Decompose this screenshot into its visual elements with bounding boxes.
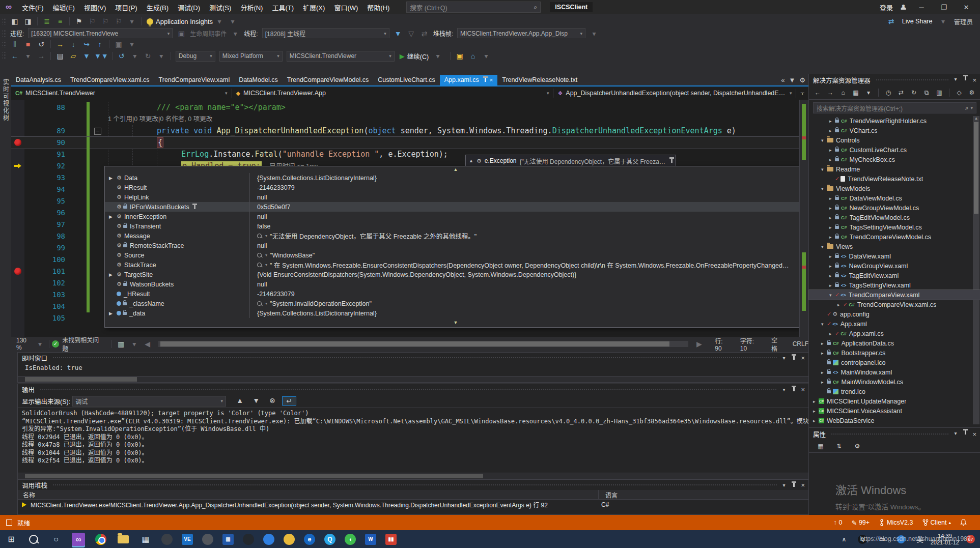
datatip-row-IPForWatsonBuckets[interactable]: ⚙IPForWatsonBuckets0x5d50e0f7: [105, 202, 806, 212]
tree-item-NewGroupViewModel.cs[interactable]: ▸C#NewGroupViewModel.cs: [809, 203, 980, 213]
taskbar-qq-icon[interactable]: Q: [324, 534, 335, 545]
close-button[interactable]: ✕: [959, 4, 974, 11]
datatip-row-RemoteStackTrace[interactable]: ⚙RemoteStackTracenull: [105, 241, 806, 250]
taskbar-word-icon[interactable]: W: [365, 534, 376, 545]
tree-item-TagsSettingViewModel.cs[interactable]: ▸C#TagsSettingViewModel.cs: [809, 222, 980, 232]
process-combobox[interactable]: [16320] MICSClient.TrendViewe▾: [28, 28, 173, 39]
tree-item-MyCheckBox.cs[interactable]: ▸C#MyCheckBox.cs: [809, 155, 980, 164]
taskbar-app-gray-icon[interactable]: [202, 534, 213, 545]
tree-item-MainWindow.xaml[interactable]: ▸<>MainWindow.xaml: [809, 367, 980, 377]
tree-item-MICSClient.UpdateManager[interactable]: ▸C#MICSClient.UpdateManager: [809, 396, 980, 406]
member-dropdown[interactable]: ❖ App_DispatcherUnhandledException(objec…: [553, 86, 796, 100]
menu-item-3[interactable]: 项目(P): [110, 3, 142, 12]
taskbar-visual-studio-icon[interactable]: ∞: [72, 533, 85, 546]
restart-icon[interactable]: ↺: [35, 40, 48, 48]
lifecycle-events-button[interactable]: 生命周期事件: [190, 29, 227, 38]
taskbar-app-dark-icon[interactable]: [161, 534, 173, 545]
magnifier-icon[interactable]: [257, 234, 262, 238]
se-refresh-icon[interactable]: ↻: [908, 89, 919, 96]
tree-expander-icon[interactable]: ▸: [813, 409, 819, 414]
tree-expander-icon[interactable]: ▸: [829, 128, 835, 133]
forward-icon[interactable]: →: [35, 52, 48, 60]
menu-item-11[interactable]: 帮助(H): [362, 3, 394, 12]
breakpoint-icon[interactable]: [14, 268, 21, 275]
pin-icon[interactable]: [965, 76, 966, 80]
hscroll-right-icon[interactable]: ▶: [692, 340, 706, 348]
tree-item-DataView.xaml[interactable]: ▸<>DataView.xaml: [809, 251, 980, 261]
se-code-icon[interactable]: ◇: [954, 89, 965, 96]
taskbar-search-icon[interactable]: [27, 533, 40, 546]
restore-button[interactable]: ❐: [936, 4, 951, 11]
clear-all-icon[interactable]: ⊗: [266, 396, 279, 406]
datatip-row-TargetSite[interactable]: ▶⚙TargetSite{Void EnsureConsistentDispat…: [105, 270, 806, 279]
whitespace-mode[interactable]: 空格: [771, 335, 783, 353]
solution-search-input[interactable]: 搜索解决方案资源管理器(Ctrl+;) ⌕ ▾: [813, 102, 976, 113]
active-files-icon[interactable]: ▼: [789, 76, 795, 84]
tree-expander-icon[interactable]: ▾: [821, 186, 827, 191]
tree-item-TrendCompareView.xaml[interactable]: ▾✓<>TrendCompareView.xaml: [809, 290, 980, 300]
tree-expander-icon[interactable]: ▸: [829, 157, 835, 162]
fold-collapse-icon[interactable]: –: [94, 128, 101, 135]
tree-expander-icon[interactable]: ▸: [821, 341, 827, 346]
pinned-icon[interactable]: [194, 205, 195, 209]
visualizer-dropdown-icon[interactable]: ▾: [265, 263, 267, 267]
collapse-arrow-icon[interactable]: ▾: [954, 430, 957, 438]
collapse-arrow-icon[interactable]: ▾: [782, 387, 785, 392]
menu-item-0[interactable]: 文件(F): [17, 3, 48, 12]
tree-item-Bootstrapper.cs[interactable]: ▸C#Bootstrapper.cs: [809, 348, 980, 358]
visualizer-dropdown-icon[interactable]: ▾: [265, 253, 267, 257]
expander-icon[interactable]: ▶: [109, 311, 114, 316]
tree-expander-icon[interactable]: ▸: [829, 264, 835, 269]
continue-button[interactable]: ▶ 继续(C) ▾: [400, 51, 444, 61]
editor-horizontal-scrollbar[interactable]: [158, 341, 689, 347]
tree-item-TrendViewReleaseNote.txt[interactable]: ✓TrendViewReleaseNote.txt: [809, 174, 980, 184]
tree-item-TagsSettingView.xaml[interactable]: ▸<>TagsSettingView.xaml: [809, 280, 980, 290]
se-copy-icon[interactable]: ▥: [934, 89, 945, 96]
menu-item-4[interactable]: 生成(B): [142, 3, 173, 12]
magnifier-icon[interactable]: [257, 263, 262, 267]
tab-DataModel.cs[interactable]: DataModel.cs: [234, 75, 282, 85]
se-forward-icon[interactable]: →: [825, 89, 836, 96]
overflow-icon[interactable]: ▾: [125, 17, 138, 25]
magnifier-icon[interactable]: [257, 301, 262, 306]
undo-arrow-icon[interactable]: ▾: [128, 52, 142, 60]
push-count[interactable]: ↑0: [833, 519, 842, 526]
package-icon[interactable]: ▣: [453, 52, 466, 60]
pin-icon[interactable]: [793, 483, 795, 487]
datatip-row-HResult[interactable]: ⚙HResult-2146233079: [105, 183, 806, 192]
overflow-icon[interactable]: ▾: [125, 40, 138, 48]
taskbar-wechat-icon[interactable]: ◖: [345, 534, 356, 545]
taskbar-file-explorer-icon[interactable]: [117, 533, 130, 546]
tree-expander-icon[interactable]: ▸: [829, 148, 835, 153]
close-icon[interactable]: ×: [801, 354, 805, 362]
se-sync-icon[interactable]: ⇄: [895, 89, 907, 96]
quick-search-input[interactable]: 搜索 (Ctrl+Q) ⌕: [406, 2, 541, 13]
tree-item-Readme[interactable]: ▾Readme: [809, 164, 980, 174]
collapse-arrow-icon[interactable]: ▾: [782, 482, 785, 488]
datatip-row-_data[interactable]: ▶_data{System.Collections.ListDictionary…: [105, 308, 806, 318]
word-wrap-icon[interactable]: ↵: [282, 396, 296, 406]
expander-icon[interactable]: ▶: [109, 214, 114, 219]
tree-item-NewGroupView.xaml[interactable]: ▸<>NewGroupView.xaml: [809, 261, 980, 271]
datatip-row-StackTrace[interactable]: ⚙StackTrace▾" 在 System.Windows.Freezable…: [105, 260, 806, 270]
taskbar-edge-icon[interactable]: e: [304, 534, 315, 545]
redo-arrow-icon[interactable]: ▾: [155, 52, 168, 60]
expander-icon[interactable]: ▶: [109, 176, 114, 181]
taskbar-chrome-canary-icon[interactable]: [284, 534, 295, 545]
code-line-90[interactable]: 90{: [11, 137, 799, 149]
se-dd[interactable]: ▾: [863, 89, 874, 96]
editor-vertical-scrollbar[interactable]: [799, 100, 809, 337]
split-window-button[interactable]: ⫟: [796, 86, 808, 100]
tree-item-App.xaml.cs[interactable]: ▸✓C#App.xaml.cs: [809, 329, 980, 338]
menu-item-1[interactable]: 编辑(E): [48, 3, 79, 12]
datatip-row-HelpLink[interactable]: ⚙HelpLinknull: [105, 192, 806, 202]
overflow-icon[interactable]: ▾: [480, 52, 493, 60]
tree-expander-icon[interactable]: ▸: [829, 206, 835, 211]
pin-icon[interactable]: [793, 387, 795, 391]
prev-message-icon[interactable]: ▲: [233, 396, 246, 406]
pin-icon[interactable]: [793, 356, 795, 360]
datatip-expression-header[interactable]: ▲ ⚙ e.Exception {"无法使用 DependencyObject，…: [465, 155, 676, 167]
redo-icon[interactable]: ↻: [142, 52, 155, 60]
taskbar-start-button[interactable]: ⊞: [5, 533, 18, 546]
tree-expander-icon[interactable]: ▾: [821, 244, 827, 249]
